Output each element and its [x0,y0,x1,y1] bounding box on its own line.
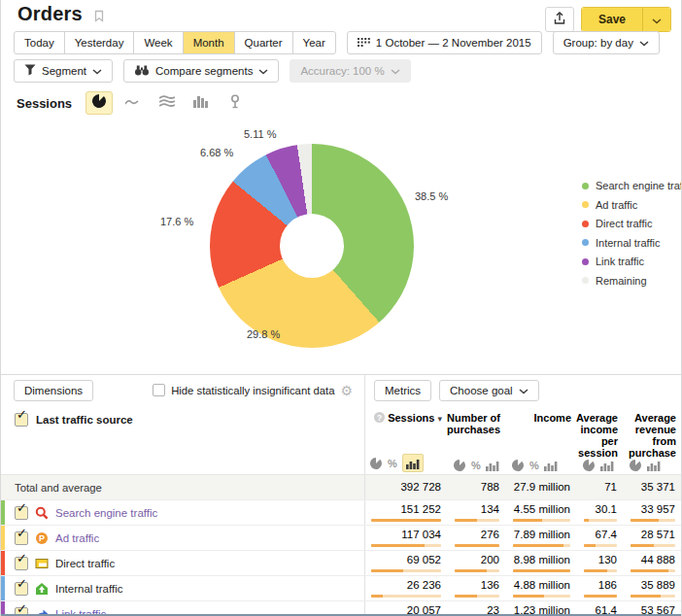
filter-funnel-icon [24,64,36,78]
legend-dot [582,201,589,208]
column-label[interactable]: Sessions [388,412,434,424]
row-checkbox[interactable]: ✓ [15,557,28,570]
stacked-area-icon [159,94,175,112]
table-row: ✓ Internal traffic 26 236 136 4.88 milli… [1,575,681,600]
column-header-avg-income: Average income per session [578,405,625,478]
metrics-button[interactable]: Metrics [374,380,431,401]
ad-coin-icon: P [35,531,49,545]
chart-type-stacked-button[interactable] [153,91,181,115]
bars-view-icon[interactable] [544,460,558,471]
group-by-select[interactable]: Group: by day [553,31,660,54]
legend-item[interactable]: Ad traffic [582,199,682,211]
column-label[interactable]: Average income per session [576,412,618,459]
pie-view-icon[interactable] [369,457,383,470]
column-header-avg-revenue: Average revenue from purchase [625,405,682,478]
bars-view-icon[interactable] [600,460,614,471]
calendar-icon [358,37,370,50]
cell-value: 4.55 million [513,503,570,516]
select-all-checkbox[interactable]: ✓ [15,413,28,427]
save-menu-button[interactable] [642,8,670,31]
legend-item[interactable]: Link traffic [582,256,682,267]
legend-item[interactable]: Internal traffic [582,237,682,249]
percent-view-icon[interactable]: % [471,460,481,471]
chart-type-line-button[interactable] [119,91,147,115]
percent-view-icon[interactable]: % [388,458,397,469]
cell-value: 67.4 [584,529,617,541]
pie-view-icon[interactable] [511,459,525,472]
column-label[interactable]: Number of purchases [447,412,500,435]
chart-type-pie-button[interactable] [85,91,113,115]
choose-goal-label: Choose goal [450,385,513,396]
table-row: ✓ P Ad traffic 117 034 276 7.89 million … [1,525,681,550]
orders-report-page: Orders Save [0,0,682,616]
legend-dot [582,258,589,265]
chart-type-columns-button[interactable] [188,91,215,115]
cell-value: 117 034 [371,529,441,541]
chart-type-map-button[interactable] [222,91,249,115]
pie-chart[interactable] [210,144,414,348]
percent-view-icon[interactable]: % [529,460,539,471]
accuracy-select[interactable]: Accuracy: 100 % [290,59,410,83]
tab-week[interactable]: Week [133,31,183,54]
choose-goal-select[interactable]: Choose goal [439,380,539,401]
bars-view-icon[interactable] [647,460,661,471]
tab-today[interactable]: Today [14,31,65,54]
chevron-down-icon [652,11,662,28]
row-checkbox[interactable]: ✓ [15,582,28,596]
legend-label: Link traffic [596,256,644,267]
column-header-purchases: Number of purchases % [449,405,507,478]
tab-yesterday[interactable]: Yesterday [64,31,135,54]
compare-segments-button[interactable]: Compare segments [123,59,279,83]
chevron-down-icon [519,385,529,396]
total-row: Total and average 392 728 788 27.9 milli… [1,474,681,499]
date-range-button[interactable]: 1 October — 2 November 2015 [347,31,542,54]
column-label[interactable]: Income [533,412,571,424]
value-bar [371,569,441,572]
cell-value: 26 236 [371,579,441,592]
row-label-link[interactable]: Ad traffic [55,532,99,544]
table-row: ✓ Direct traffic 69 052 200 8.98 million… [1,550,681,575]
tab-year[interactable]: Year [292,31,336,54]
tab-quarter[interactable]: Quarter [234,31,293,54]
bars-view-icon[interactable] [486,460,499,471]
export-button[interactable] [545,7,574,32]
value-bar [455,569,499,572]
row-label-link[interactable]: Search engine traffic [55,507,157,519]
cell-value: 71 [584,478,617,494]
legend-item[interactable]: Search engine traffic [582,180,682,191]
bars-view-icon-selected[interactable] [402,454,424,472]
dimension-header[interactable]: Last traffic source [36,413,133,426]
table-toolbar: Dimensions Hide statistically insignific… [1,375,681,405]
tab-month[interactable]: Month [183,31,235,54]
value-bar [584,544,617,547]
bookmark-icon[interactable] [94,9,104,26]
pie-view-icon[interactable] [453,459,466,472]
save-button[interactable]: Save [582,8,642,31]
gear-icon[interactable]: ⚙ [340,384,353,397]
column-label[interactable]: Average revenue from purchase [629,412,676,459]
legend-label: Direct traffic [596,218,652,229]
row-label-link[interactable]: Direct traffic [55,558,115,569]
legend-item[interactable]: Direct traffic [582,218,682,229]
save-split-button: Save [581,7,671,32]
cell-value: 27.9 million [513,478,570,494]
row-checkbox[interactable]: ✓ [15,506,28,520]
line-chart-icon [125,94,141,112]
pie-view-icon[interactable] [629,459,642,472]
row-checkbox[interactable]: ✓ [15,531,28,545]
row-label-link[interactable]: Internal traffic [55,583,122,595]
home-icon [35,582,49,596]
accuracy-label: Accuracy: 100 % [300,65,384,77]
hide-insignificant-checkbox[interactable] [153,384,165,396]
pie-view-icon[interactable] [582,459,596,472]
segment-button[interactable]: Segment [14,59,113,83]
pie-label-internal: 6.68 % [200,147,233,158]
help-icon[interactable]: ? [374,412,385,423]
dimensions-button[interactable]: Dimensions [14,380,93,401]
cell-value: 35 371 [631,478,675,494]
legend-dot [582,239,589,246]
value-bar [584,569,617,572]
legend-item[interactable]: Remaining [582,275,682,287]
value-bar [513,569,570,572]
value-bar [455,595,499,598]
